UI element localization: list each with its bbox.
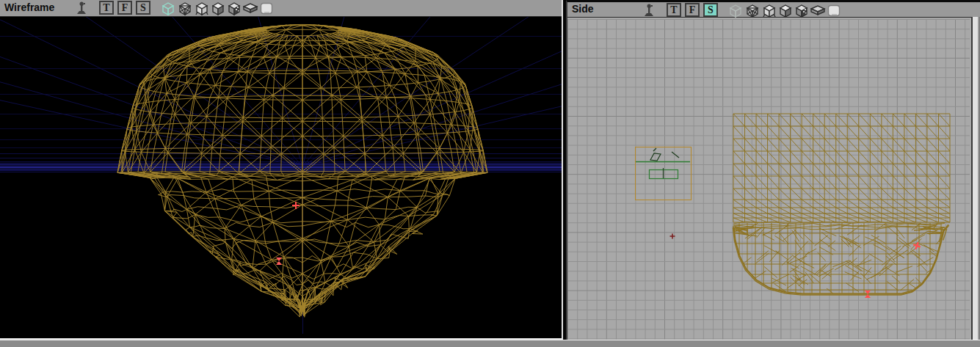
- view-button-side[interactable]: S: [136, 1, 150, 15]
- side-viewport-titlebar[interactable]: Side T F S: [567, 2, 980, 18]
- render-mode-faceted-cube-icon[interactable]: [178, 1, 193, 16]
- desktop-bottom-strip: [0, 340, 980, 347]
- window-right-edge: [971, 17, 980, 340]
- view-button-top[interactable]: T: [99, 1, 114, 15]
- render-mode-tripod-cube-icon[interactable]: [762, 3, 777, 18]
- viewport-title: Side: [572, 3, 594, 15]
- render-mode-textured-cube-icon[interactable]: [227, 1, 242, 16]
- render-mode-smooth-cube-icon[interactable]: [827, 3, 842, 18]
- render-mode-shaded-cube-icon[interactable]: [778, 3, 794, 18]
- viewport-title: Wireframe: [4, 1, 54, 13]
- render-mode-layered-cube-icon[interactable]: [243, 1, 258, 16]
- render-mode-textured-cube-icon[interactable]: [794, 3, 810, 18]
- view-button-front[interactable]: F: [685, 3, 700, 17]
- view-button-front[interactable]: F: [117, 1, 132, 15]
- side-viewport-canvas[interactable]: [567, 19, 970, 340]
- perspective-viewport-canvas[interactable]: [0, 17, 562, 338]
- render-mode-wireframe-cube-icon[interactable]: [728, 3, 744, 18]
- view-button-top[interactable]: T: [667, 3, 681, 17]
- render-mode-tripod-cube-icon[interactable]: [195, 1, 210, 16]
- perspective-viewport-window: Wireframe T F S: [0, 0, 563, 340]
- render-mode-layered-cube-icon[interactable]: [810, 3, 826, 18]
- render-mode-wireframe-cube-icon[interactable]: [161, 1, 176, 16]
- render-mode-smooth-cube-icon[interactable]: [259, 1, 275, 16]
- application-desktop: Wireframe T F S Side: [0, 0, 980, 347]
- render-mode-faceted-cube-icon[interactable]: [745, 3, 761, 18]
- render-mode-shaded-cube-icon[interactable]: [211, 1, 226, 16]
- perspective-viewport-titlebar[interactable]: Wireframe T F S: [0, 0, 562, 17]
- view-button-side[interactable]: S: [703, 3, 718, 17]
- joystick-icon[interactable]: [642, 3, 656, 18]
- side-viewport-window: Side T F S: [566, 0, 980, 342]
- joystick-icon[interactable]: [74, 1, 89, 15]
